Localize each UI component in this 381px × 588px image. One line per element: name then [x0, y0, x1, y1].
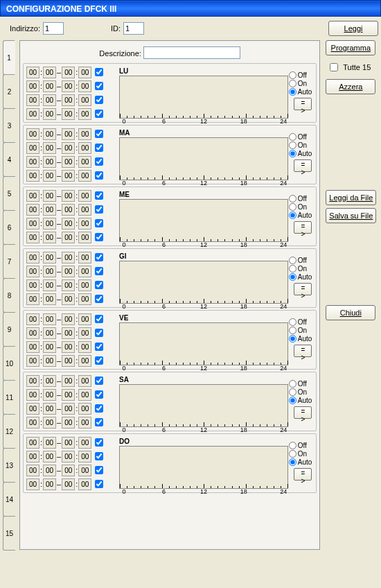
time-field[interactable] — [43, 190, 56, 202]
mode-off[interactable]: Off — [289, 380, 312, 388]
mode-auto[interactable]: Auto — [289, 211, 312, 219]
mode-off[interactable]: Off — [289, 442, 312, 449]
time-enable-checkbox[interactable] — [95, 171, 103, 180]
time-field[interactable] — [43, 80, 56, 92]
time-field[interactable] — [62, 465, 75, 476]
tab-15[interactable]: 15 — [3, 516, 15, 551]
time-enable-checkbox[interactable] — [95, 466, 103, 474]
time-field[interactable] — [43, 170, 56, 182]
time-field[interactable] — [26, 389, 39, 401]
time-field[interactable] — [26, 94, 39, 106]
time-field[interactable] — [43, 403, 56, 415]
time-field[interactable] — [43, 128, 56, 140]
time-field[interactable] — [78, 204, 91, 216]
tab-10[interactable]: 10 — [3, 346, 15, 381]
mode-off[interactable]: Off — [289, 133, 312, 141]
time-field[interactable] — [62, 266, 75, 277]
time-field[interactable] — [78, 218, 91, 230]
time-field[interactable] — [78, 94, 91, 106]
time-enable-checkbox[interactable] — [95, 404, 103, 413]
time-field[interactable] — [62, 355, 75, 367]
time-field[interactable] — [26, 375, 39, 387]
time-field[interactable] — [78, 142, 91, 154]
time-field[interactable] — [62, 67, 75, 78]
time-field[interactable] — [26, 218, 39, 230]
mode-on[interactable]: On — [289, 141, 312, 149]
time-field[interactable] — [43, 218, 56, 230]
time-enable-checkbox[interactable] — [95, 96, 103, 104]
time-field[interactable] — [43, 341, 56, 353]
tab-2[interactable]: 2 — [3, 74, 15, 109]
time-field[interactable] — [78, 232, 91, 243]
tab-13[interactable]: 13 — [3, 448, 15, 483]
time-field[interactable] — [26, 190, 39, 202]
mode-off[interactable]: Off — [289, 257, 312, 264]
mode-auto[interactable]: Auto — [289, 335, 312, 343]
time-field[interactable] — [43, 437, 56, 449]
time-field[interactable] — [62, 313, 75, 325]
mode-on[interactable]: On — [289, 80, 312, 87]
time-field[interactable] — [26, 313, 39, 325]
time-field[interactable] — [43, 266, 56, 277]
time-field[interactable] — [78, 417, 91, 429]
tab-1[interactable]: 1 — [3, 40, 15, 75]
time-field[interactable] — [26, 341, 39, 353]
time-field[interactable] — [26, 327, 39, 339]
time-field[interactable] — [78, 80, 91, 92]
time-field[interactable] — [43, 375, 56, 387]
time-field[interactable] — [78, 451, 91, 462]
descrizione-input[interactable] — [143, 46, 240, 59]
salva-su-file-button[interactable]: Salva su File — [326, 208, 376, 223]
time-field[interactable] — [26, 204, 39, 216]
programma-button[interactable]: Programma — [326, 40, 375, 55]
time-field[interactable] — [62, 451, 75, 462]
mode-auto[interactable]: Auto — [289, 88, 312, 96]
time-field[interactable] — [62, 375, 75, 387]
mode-auto[interactable]: Auto — [289, 458, 312, 466]
tab-3[interactable]: 3 — [3, 108, 15, 143]
time-field[interactable] — [62, 156, 75, 168]
time-field[interactable] — [43, 142, 56, 154]
time-field[interactable] — [62, 389, 75, 401]
time-field[interactable] — [43, 252, 56, 263]
mode-auto[interactable]: Auto — [289, 150, 312, 157]
apply-arrow-button[interactable]: = > — [294, 159, 312, 172]
time-enable-checkbox[interactable] — [95, 157, 103, 166]
leggi-da-file-button[interactable]: Leggi da File — [326, 190, 376, 205]
time-field[interactable] — [26, 437, 39, 449]
time-field[interactable] — [78, 170, 91, 182]
time-enable-checkbox[interactable] — [95, 205, 103, 214]
time-field[interactable] — [62, 403, 75, 415]
time-field[interactable] — [43, 279, 56, 291]
time-field[interactable] — [26, 67, 39, 78]
time-field[interactable] — [78, 156, 91, 168]
time-field[interactable] — [62, 437, 75, 449]
time-enable-checkbox[interactable] — [95, 377, 103, 385]
apply-arrow-button[interactable]: = > — [294, 406, 312, 419]
time-field[interactable] — [43, 204, 56, 216]
time-field[interactable] — [78, 313, 91, 325]
mode-on[interactable]: On — [289, 388, 312, 396]
time-enable-checkbox[interactable] — [95, 452, 103, 460]
time-enable-checkbox[interactable] — [95, 130, 103, 138]
time-field[interactable] — [26, 478, 39, 490]
time-field[interactable] — [78, 327, 91, 339]
time-field[interactable] — [43, 156, 56, 168]
time-field[interactable] — [26, 156, 39, 168]
time-field[interactable] — [78, 108, 91, 120]
time-enable-checkbox[interactable] — [95, 144, 103, 152]
time-field[interactable] — [62, 252, 75, 263]
time-enable-checkbox[interactable] — [95, 480, 103, 488]
indirizzo-input[interactable] — [43, 22, 64, 35]
time-field[interactable] — [78, 465, 91, 476]
azzera-button[interactable]: Azzera — [326, 79, 375, 94]
time-enable-checkbox[interactable] — [95, 418, 103, 426]
time-enable-checkbox[interactable] — [95, 343, 103, 351]
time-field[interactable] — [78, 341, 91, 353]
time-field[interactable] — [62, 417, 75, 429]
time-enable-checkbox[interactable] — [95, 219, 103, 227]
time-field[interactable] — [62, 170, 75, 182]
time-field[interactable] — [26, 108, 39, 120]
tab-12[interactable]: 12 — [3, 414, 15, 449]
tab-5[interactable]: 5 — [3, 176, 15, 211]
